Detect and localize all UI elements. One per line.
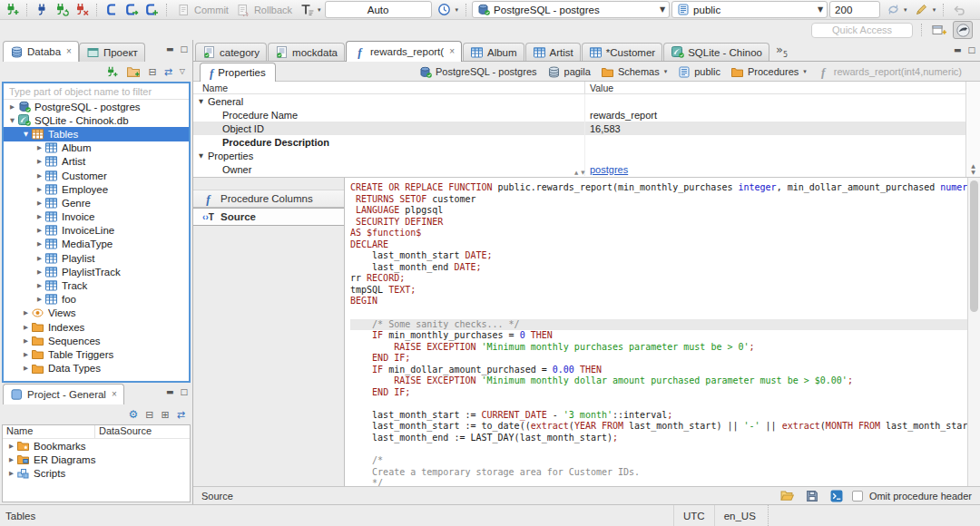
expand-twisty-icon[interactable]: ▶ (34, 200, 44, 207)
transaction-filter-button[interactable]: ▾ (296, 1, 323, 19)
fetch-size-input[interactable] (829, 1, 880, 18)
editor-tab-artist[interactable]: Artist (525, 43, 581, 61)
commit-button[interactable]: Commit (172, 1, 230, 19)
maximize-icon[interactable]: □ (180, 388, 188, 396)
open-sql-script-icon[interactable] (122, 1, 141, 19)
tree-item-customer[interactable]: ▶Customer (4, 169, 189, 182)
tab-database-navigator[interactable]: Databa× (3, 41, 79, 62)
expand-twisty-icon[interactable]: ▶ (34, 172, 44, 180)
nav-new-connection-icon[interactable] (104, 64, 119, 79)
link-with-editor-icon[interactable]: ⇄ (177, 410, 185, 420)
object-filter-input[interactable]: Type part of object name to filter (4, 83, 189, 100)
disconnect-icon[interactable] (73, 1, 91, 19)
expand-twisty-icon[interactable]: ▶ (34, 158, 44, 165)
side-tab-source[interactable]: ‹›TSource (193, 208, 344, 226)
expand-twisty-icon[interactable]: ▶ (34, 255, 44, 262)
expand-twisty-icon[interactable]: ▶ (34, 296, 44, 303)
side-tab-procedure-columns[interactable]: fProcedure Columns (193, 190, 344, 208)
maximize-icon[interactable]: □ (180, 45, 188, 54)
expand-twisty-icon[interactable]: ▶ (21, 365, 31, 372)
source-viewer[interactable]: CREATE OR REPLACE FUNCTION public.reward… (344, 178, 967, 486)
close-icon[interactable]: × (449, 47, 455, 56)
tree-item-track[interactable]: ▶Track (4, 278, 189, 292)
tree-item-mediatype[interactable]: ▶MediaType (4, 238, 189, 251)
status-timezone[interactable]: UTC (673, 505, 714, 526)
collapse-all-icon[interactable]: ⊟ (148, 67, 156, 77)
tree-item-tables[interactable]: ▼Tables (4, 127, 189, 141)
collapse-twisty-icon[interactable]: ▼ (199, 152, 208, 160)
collapse-twisty-icon[interactable]: ▼ (21, 131, 31, 138)
breadcrumb-procedures[interactable]: Procedures▾ (730, 65, 807, 78)
source-scrollbar[interactable] (967, 178, 980, 486)
sql-editor-icon[interactable] (103, 1, 121, 19)
breadcrumb-pagila[interactable]: pagila (547, 65, 591, 78)
omit-procedure-header-checkbox[interactable] (852, 491, 863, 502)
connection-select[interactable]: PostgreSQL - postgres▼ (472, 1, 670, 18)
expand-twisty-icon[interactable]: ▶ (6, 470, 16, 477)
column-header-datasource[interactable]: DataSource (95, 425, 190, 438)
expand-twisty-icon[interactable]: ▶ (21, 351, 31, 358)
undo-icon[interactable] (949, 1, 967, 19)
collapse-twisty-icon[interactable]: ▼ (7, 117, 17, 124)
breadcrumb-rewards-report-int4-numeric[interactable]: frewards_report(int4,numeric) (817, 65, 962, 78)
column-header-name[interactable]: Name (3, 425, 95, 438)
editor-tab-album[interactable]: Album (463, 43, 524, 61)
quick-access-input[interactable] (811, 23, 913, 38)
minimize-icon[interactable]: ▬ (166, 45, 174, 54)
tree-item-album[interactable]: ▶Album (4, 141, 189, 155)
editor-tab-mockdata[interactable]: mockdata (268, 43, 345, 61)
chevron-down-icon[interactable]: ▾ (664, 68, 668, 75)
new-connection-icon[interactable] (3, 1, 21, 19)
tab-projects[interactable]: Проект (79, 43, 145, 62)
grid-row-properties[interactable]: ▼Properties (193, 149, 965, 162)
hidden-tabs-indicator[interactable]: »5 (776, 43, 788, 59)
generate-sql-button[interactable]: ▾ (911, 1, 938, 19)
collapse-all-icon[interactable]: ⊟ (145, 410, 153, 420)
grid-row-object-id[interactable]: Object ID16,583 (193, 122, 965, 135)
tree-item-playlisttrack[interactable]: ▶PlaylistTrack (4, 265, 189, 278)
tree-item-table-triggers[interactable]: ▶Table Triggers (4, 347, 189, 361)
grid-row-procedure-description[interactable]: Procedure Description (193, 135, 965, 149)
tree-item-invoice[interactable]: ▶Invoice (4, 210, 189, 224)
transaction-log-button[interactable]: ▾ (434, 1, 461, 19)
tree-item-playlist[interactable]: ▶Playlist (4, 251, 189, 265)
minimize-icon[interactable]: ▬ (166, 388, 174, 396)
tx-mode-select[interactable]: Auto (325, 1, 432, 18)
tree-item-employee[interactable]: ▶Employee (4, 182, 189, 196)
save-to-file-icon[interactable] (803, 487, 821, 505)
rollback-button[interactable]: Rollback (232, 1, 294, 19)
scroll-down-icon[interactable]: ▼ (971, 170, 975, 175)
schema-select[interactable]: public▼ (671, 1, 828, 18)
gear-icon[interactable]: ⚙ (129, 409, 139, 420)
expand-twisty-icon[interactable]: ▶ (6, 456, 16, 463)
tree-item-sqlite-chinook-db[interactable]: ▼SQLite - Chinook.db (4, 113, 189, 127)
collapse-twisty-icon[interactable]: ▼ (199, 98, 208, 105)
grid-column-value[interactable]: Value (585, 83, 965, 93)
tree-item-invoiceline[interactable]: ▶InvoiceLine (4, 224, 189, 238)
breadcrumb-schemas[interactable]: Schemas▾ (601, 65, 667, 78)
expand-twisty-icon[interactable]: ▶ (21, 337, 31, 345)
close-icon[interactable]: × (112, 390, 117, 399)
editor-tab-customer[interactable]: *Customer (582, 43, 662, 61)
maximize-icon[interactable]: □ (967, 46, 975, 54)
reconnect-icon[interactable] (53, 1, 71, 19)
expand-twisty-icon[interactable]: ▶ (34, 240, 44, 248)
tree-item-postgresql-postgres[interactable]: ▶PostgreSQL - postgres (4, 100, 189, 113)
open-in-sql-console-icon[interactable] (828, 487, 846, 505)
editor-tab-category[interactable]: category (195, 43, 267, 61)
chevron-down-icon[interactable]: ▾ (803, 68, 807, 75)
grid-value-link[interactable]: postgres (590, 164, 628, 175)
expand-twisty-icon[interactable]: ▶ (34, 186, 44, 193)
grid-column-name[interactable]: Name (193, 82, 585, 93)
properties-scrollbar[interactable]: ▲▼ (965, 82, 980, 177)
breadcrumb-public[interactable]: public (677, 65, 720, 78)
splitter-handle[interactable]: ▲▼ (574, 170, 587, 175)
expand-twisty-icon[interactable]: ▶ (6, 443, 16, 450)
view-menu-icon[interactable]: ▽ (180, 68, 185, 75)
project-item-scripts[interactable]: ▶Scripts (3, 466, 190, 480)
status-locale[interactable]: en_US (714, 505, 765, 526)
dbeaver-perspective-button[interactable] (953, 21, 973, 39)
project-item-bookmarks[interactable]: ▶Bookmarks (3, 439, 190, 453)
tree-item-indexes[interactable]: ▶Indexes (4, 320, 189, 334)
grid-row-general[interactable]: ▼General (193, 94, 965, 108)
